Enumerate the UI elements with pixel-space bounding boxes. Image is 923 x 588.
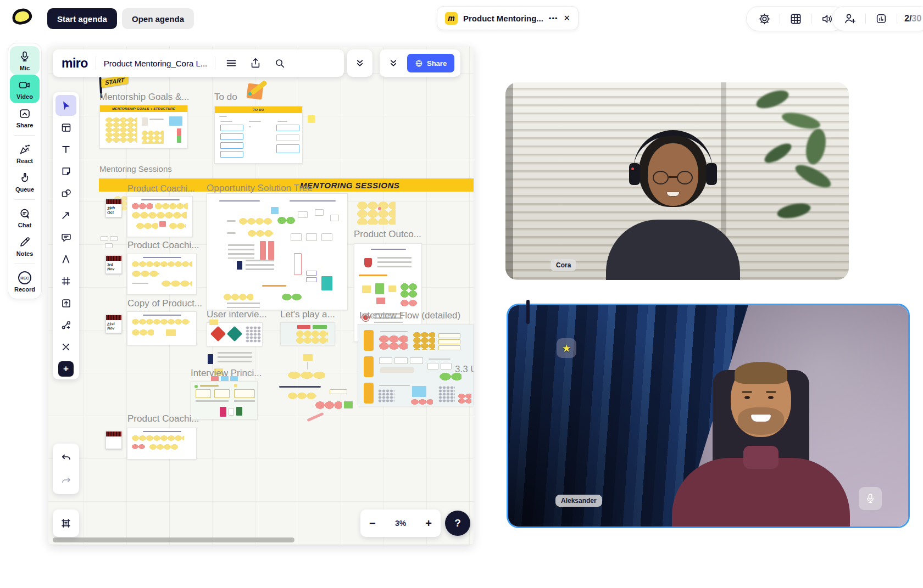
zoom-controls: − 3% + (360, 509, 441, 537)
pen-tool[interactable] (55, 249, 76, 270)
sticky-note-tool[interactable] (55, 161, 76, 182)
notes-button[interactable]: Notes (10, 232, 40, 260)
zoom-in-button[interactable]: + (425, 517, 432, 530)
arrow-tool[interactable] (55, 205, 76, 226)
share-screen-button[interactable]: Share (10, 103, 40, 132)
frames-list-icon[interactable] (55, 513, 76, 534)
mic-button[interactable]: Mic (10, 46, 40, 75)
start-agenda-button[interactable]: Start agenda (47, 8, 117, 29)
horizontal-scrollbar[interactable] (53, 537, 294, 542)
open-agenda-button[interactable]: Open agenda (122, 8, 194, 29)
add-person-icon[interactable] (842, 10, 858, 27)
text-tool[interactable] (55, 139, 76, 160)
connector-tool[interactable] (55, 315, 76, 335)
obox (438, 333, 460, 338)
help-button[interactable]: ? (445, 511, 470, 536)
collapse-icon[interactable] (385, 55, 402, 71)
gbox (276, 125, 299, 131)
redo-icon[interactable] (55, 470, 76, 491)
frame-tool[interactable] (55, 271, 76, 292)
decor (60, 320, 72, 331)
frame-thumbnail-todo[interactable]: To do (214, 106, 303, 164)
frame-title[interactable]: Mentoring Sessions (99, 164, 172, 173)
gbox (101, 236, 108, 241)
frame-thumbnail-principles[interactable] (191, 381, 258, 419)
tline (227, 220, 236, 222)
frame-thumbnail-play[interactable] (280, 322, 335, 345)
frame-title[interactable]: Mentorship Goals &... (99, 92, 189, 103)
menu-icon[interactable] (223, 55, 240, 71)
miro-canvas[interactable]: START Mentorship Goals &... Mentorship G… (48, 47, 474, 545)
frame-title[interactable]: Let's play a... (280, 309, 335, 320)
layout-resize-handle[interactable] (526, 300, 530, 324)
frame-title[interactable]: 3.3 U... (455, 364, 474, 375)
frame-title[interactable]: Opportunity Solution Tree (207, 183, 313, 194)
tab-more-icon[interactable]: ••• (549, 14, 558, 23)
frame-thumbnail-coaching-1[interactable] (127, 196, 193, 237)
calendar-sticker[interactable]: 21st Nov (105, 315, 122, 333)
chip (307, 362, 308, 369)
frame-title[interactable]: To do (214, 92, 237, 103)
frame-thumbnail-goals[interactable]: Mentorship Goals + Structure (99, 105, 188, 149)
frame-thumbnail-coaching-4[interactable] (127, 428, 197, 460)
decor (63, 147, 69, 153)
butter-logo-icon[interactable] (12, 9, 32, 24)
zoom-out-button[interactable]: − (369, 517, 376, 530)
frame-title[interactable]: Product Coachi... (127, 184, 195, 194)
add-tool-button[interactable]: + (58, 361, 74, 377)
shapes-tool[interactable] (55, 183, 76, 204)
tline (200, 385, 219, 387)
share-button[interactable]: Share (407, 54, 454, 72)
participant-count[interactable]: 2/30 (904, 14, 921, 24)
calendar-sticker[interactable] (105, 431, 122, 449)
frame-thumbnail-coaching-2[interactable] (127, 254, 197, 295)
frame-title[interactable]: Product Outco... (354, 229, 421, 240)
queue-button[interactable]: Queue (10, 167, 40, 196)
templates-tool[interactable] (55, 117, 76, 138)
frame-title[interactable]: Product Coachi... (127, 240, 199, 251)
select-tool[interactable] (55, 95, 76, 116)
sticky-cluster[interactable] (357, 201, 396, 225)
mini-phone[interactable] (208, 354, 213, 364)
search-icon[interactable] (271, 55, 288, 71)
calendar-sticker[interactable]: 19th Oct (105, 199, 122, 217)
react-button[interactable]: React (10, 139, 40, 167)
video-button[interactable]: Video (10, 75, 40, 103)
board-title[interactable]: Product Mentoring_Cora L... (104, 59, 207, 68)
calendar-sticker[interactable]: 3rd Nov (105, 255, 122, 274)
undo-icon[interactable] (55, 447, 76, 468)
tline (143, 431, 181, 432)
shared-board-tab[interactable]: m Product Mentoring... ••• ✕ (437, 6, 579, 30)
cal-lbl: 3rd Nov (105, 260, 121, 273)
record-button[interactable]: REC Record (10, 267, 40, 296)
video-tile-aleksander[interactable]: ★ Aleksander (507, 304, 910, 528)
frame-title[interactable]: Copy of Product... (127, 298, 202, 309)
decor (63, 349, 64, 350)
poll-icon[interactable] (873, 10, 889, 27)
collapse-icon[interactable] (352, 55, 368, 71)
export-icon[interactable] (247, 55, 264, 71)
frame-thumbnail-coaching-3[interactable] (127, 311, 197, 345)
upload-tool[interactable] (55, 293, 76, 313)
lines (196, 400, 229, 405)
sticky-note[interactable] (308, 115, 315, 123)
frame-thumbnail-ost[interactable] (207, 193, 348, 310)
frame-title[interactable]: Product Coachi... (127, 413, 199, 424)
frame-title[interactable]: Interview Princi... (191, 368, 262, 379)
miro-logo[interactable]: miro (62, 56, 88, 71)
tab-close-icon[interactable]: ✕ (563, 13, 570, 23)
frame-thumbnail-interviews[interactable] (207, 322, 263, 346)
decor (63, 255, 69, 262)
frame-title[interactable]: User intervie... (207, 309, 267, 320)
abs (669, 176, 677, 178)
apps-tool[interactable] (55, 337, 76, 357)
zoom-level[interactable]: 3% (395, 519, 406, 528)
settings-icon[interactable] (756, 10, 772, 27)
grid-view-icon[interactable] (787, 10, 804, 27)
chat-button[interactable]: Chat (10, 203, 40, 232)
frame-title[interactable]: Interview Flow (detailed) (359, 310, 460, 321)
video-tile-cora[interactable]: Cora (505, 82, 849, 280)
sticky-tree[interactable] (303, 354, 313, 361)
tline (141, 199, 180, 200)
comment-tool[interactable] (55, 227, 76, 248)
